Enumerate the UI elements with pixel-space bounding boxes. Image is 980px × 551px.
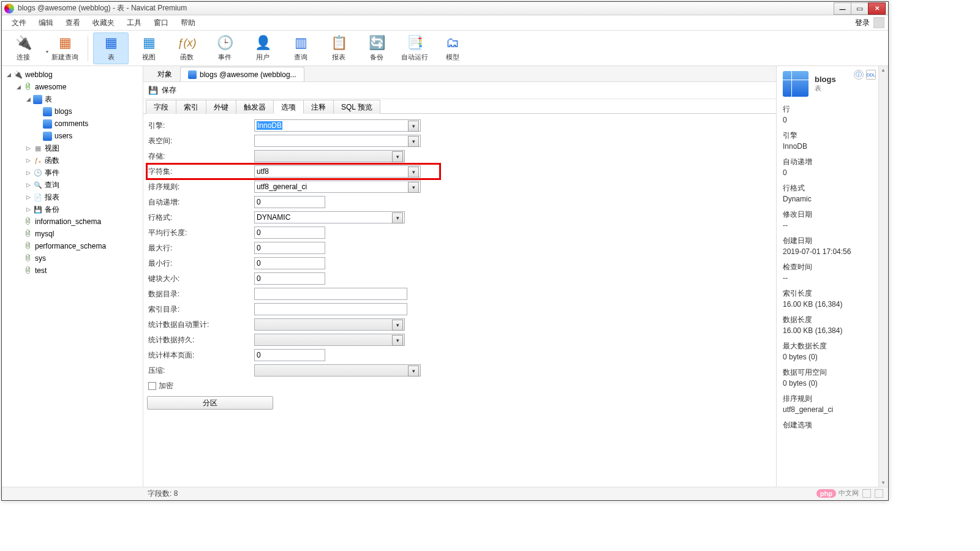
expand-icon[interactable] xyxy=(6,72,12,78)
tool-connect[interactable]: 🔌 连接 xyxy=(6,32,41,64)
function-icon: ƒ(x) xyxy=(178,34,195,51)
expand-icon[interactable] xyxy=(25,96,32,103)
window-controls xyxy=(834,2,886,15)
tab-options[interactable]: 选项 xyxy=(273,100,304,114)
row-charset: 字符集: utf8 xyxy=(147,164,440,179)
tool-model[interactable]: 🗂 模型 xyxy=(435,32,470,64)
tree-backups[interactable]: 备份 xyxy=(24,203,141,216)
label-datadir: 数据目录: xyxy=(147,289,254,299)
tab-fk[interactable]: 外键 xyxy=(206,100,236,114)
avatar-icon[interactable] xyxy=(873,17,884,28)
tree-table-item[interactable]: comments xyxy=(34,118,141,130)
maximize-button[interactable] xyxy=(851,2,869,15)
input-avgrow[interactable]: 0 xyxy=(254,227,325,239)
tree-events[interactable]: 事件 xyxy=(24,167,141,179)
info-property: 检查时间-- xyxy=(783,262,882,282)
menu-tools[interactable]: 工具 xyxy=(121,16,148,30)
menu-edit[interactable]: 编辑 xyxy=(32,16,59,30)
tree-table-item[interactable]: blogs xyxy=(34,105,141,118)
tree-label: test xyxy=(35,265,47,276)
tool-function[interactable]: ƒ(x) 函数 xyxy=(169,32,205,64)
prop-value: 0 bytes (0) xyxy=(783,379,873,388)
expand-icon[interactable] xyxy=(25,145,32,152)
tool-backup[interactable]: 🔄 备份 xyxy=(359,32,394,64)
tree-sysdb[interactable]: information_schema xyxy=(14,216,141,228)
input-indexdir[interactable] xyxy=(254,303,407,315)
tree-tables-group[interactable]: 表 xyxy=(24,93,141,105)
close-button[interactable] xyxy=(868,2,886,15)
combo-tablespace[interactable] xyxy=(254,135,421,147)
tool-table[interactable]: ▦ 表 xyxy=(93,32,129,64)
tab-index[interactable]: 索引 xyxy=(176,100,206,114)
tool-view[interactable]: ▦ 视图 xyxy=(131,32,167,64)
input-statspages[interactable]: 0 xyxy=(254,349,325,361)
tree-connection[interactable]: webblog xyxy=(4,69,141,81)
partition-button[interactable]: 分区 xyxy=(147,396,273,410)
combo-charset[interactable]: utf8 xyxy=(254,165,421,178)
tool-newquery[interactable]: ▦ 新建查询 xyxy=(47,32,83,64)
tool-report[interactable]: 📋 报表 xyxy=(321,32,356,64)
prop-value: InnoDB xyxy=(783,142,873,151)
save-button[interactable]: 保存 xyxy=(162,85,176,96)
tree-functions[interactable]: 函数 xyxy=(24,154,141,167)
tool-query[interactable]: ▥ 查询 xyxy=(283,32,318,64)
expand-icon[interactable] xyxy=(25,182,32,189)
menu-fav[interactable]: 收藏夹 xyxy=(86,16,121,30)
scrollbar[interactable] xyxy=(878,66,888,487)
tree-sysdb[interactable]: performance_schema xyxy=(14,240,141,252)
tab-objects[interactable]: 对象 xyxy=(149,67,180,81)
expand-icon[interactable] xyxy=(25,194,32,201)
menu-window[interactable]: 窗口 xyxy=(148,16,175,30)
tree-reports[interactable]: 报表 xyxy=(24,191,141,203)
row-engine: 引擎: InnoDB xyxy=(147,118,772,133)
combo-statspersist[interactable] xyxy=(254,334,405,346)
tree-sysdb[interactable]: test xyxy=(14,264,141,277)
input-autoinc[interactable]: 0 xyxy=(254,196,325,208)
combo-rowfmt[interactable]: DYNAMIC xyxy=(254,211,405,223)
tree-sysdb[interactable]: mysql xyxy=(14,228,141,240)
input-datadir[interactable] xyxy=(254,288,407,300)
info-icon[interactable]: ⓘ xyxy=(854,70,864,80)
login-link[interactable]: 登录 xyxy=(855,18,870,28)
table-icon: ▦ xyxy=(102,34,119,51)
chevron-down-icon[interactable]: ▾ xyxy=(46,49,48,54)
checkbox-encrypt[interactable]: 加密 xyxy=(147,381,173,391)
tree-database[interactable]: awesome xyxy=(14,81,141,93)
input-keyblock[interactable]: 0 xyxy=(254,272,325,285)
menu-view[interactable]: 查看 xyxy=(59,16,86,30)
expand-icon[interactable] xyxy=(25,157,32,164)
connection-tree[interactable]: webblog awesome xyxy=(2,66,143,487)
ddl-icon[interactable]: DDL xyxy=(866,70,876,80)
combo-statsauto[interactable] xyxy=(254,318,405,331)
combo-collation[interactable]: utf8_general_ci xyxy=(254,181,421,193)
tree-table-item[interactable]: users xyxy=(34,130,141,142)
tree-views[interactable]: 视图 xyxy=(24,142,141,154)
expand-icon[interactable] xyxy=(25,170,32,176)
tree-label: 备份 xyxy=(45,204,59,215)
tool-user[interactable]: 👤 用户 xyxy=(245,32,281,64)
tab-comment[interactable]: 注释 xyxy=(303,100,334,114)
model-icon: 🗂 xyxy=(444,34,461,51)
combo-storage[interactable] xyxy=(254,150,405,162)
tool-event[interactable]: 🕒 事件 xyxy=(207,32,243,64)
menu-file[interactable]: 文件 xyxy=(6,16,32,30)
tab-trigger[interactable]: 触发器 xyxy=(236,100,274,114)
input-minrow[interactable]: 0 xyxy=(254,257,325,269)
tree-queries[interactable]: 查询 xyxy=(24,179,141,191)
expand-icon[interactable] xyxy=(15,84,22,91)
input-maxrow[interactable]: 0 xyxy=(254,242,325,254)
minimize-button[interactable] xyxy=(834,2,851,15)
watermark-badge: php xyxy=(816,489,836,498)
tab-fields[interactable]: 字段 xyxy=(146,100,176,114)
options-form: 引擎: InnoDB 表空间: 存储: 字符集: utf8 排序规则: xyxy=(143,114,776,487)
expand-icon[interactable] xyxy=(25,206,32,213)
row-tablespace: 表空间: xyxy=(147,133,772,148)
combo-engine[interactable]: InnoDB xyxy=(254,119,421,132)
combo-compress[interactable] xyxy=(254,364,421,377)
tool-autorun[interactable]: 📑 自动运行 xyxy=(397,32,432,64)
menu-help[interactable]: 帮助 xyxy=(175,16,202,30)
tab-sqlpreview[interactable]: SQL 预览 xyxy=(333,100,380,114)
body: webblog awesome xyxy=(2,66,888,487)
tab-current-table[interactable]: blogs @awesome (webblog... xyxy=(180,67,304,81)
tree-sysdb[interactable]: sys xyxy=(14,252,141,264)
